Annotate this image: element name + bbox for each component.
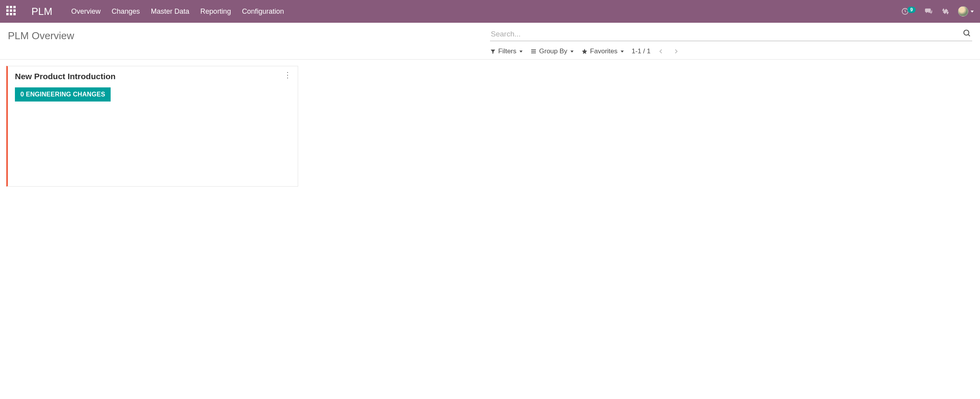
conversations-icon[interactable] bbox=[924, 7, 933, 16]
avatar bbox=[958, 6, 968, 16]
activity-count-badge: 9 bbox=[907, 7, 916, 13]
filters-label: Filters bbox=[498, 47, 516, 55]
card-menu-button[interactable]: ⋮ bbox=[284, 71, 291, 79]
group-by-button[interactable]: Group By bbox=[530, 47, 574, 55]
navbar: PLM Overview Changes Master Data Reporti… bbox=[0, 0, 980, 23]
search-wrap bbox=[490, 27, 972, 41]
tools-icon[interactable] bbox=[942, 7, 949, 15]
nav-menu: Overview Changes Master Data Reporting C… bbox=[71, 7, 284, 16]
kanban-view: ⋮ New Product Introduction 0 Engineering… bbox=[0, 60, 980, 193]
pager-prev[interactable] bbox=[657, 48, 665, 55]
app-brand[interactable]: PLM bbox=[31, 5, 52, 18]
search-icon[interactable] bbox=[963, 29, 971, 38]
pager: 1-1 / 1 bbox=[632, 47, 680, 55]
kebab-icon: ⋮ bbox=[284, 71, 291, 79]
favorites-label: Favorites bbox=[590, 47, 618, 55]
kanban-card[interactable]: ⋮ New Product Introduction 0 Engineering… bbox=[6, 66, 298, 187]
filters-button[interactable]: Filters bbox=[490, 47, 523, 55]
pager-next[interactable] bbox=[672, 48, 680, 55]
chevron-down-icon bbox=[971, 11, 974, 13]
nav-item-master-data[interactable]: Master Data bbox=[151, 7, 189, 16]
nav-item-changes[interactable]: Changes bbox=[111, 7, 140, 16]
group-by-label: Group By bbox=[539, 47, 567, 55]
control-panel: PLM Overview Filters bbox=[0, 23, 980, 60]
nav-item-configuration[interactable]: Configuration bbox=[242, 7, 284, 16]
card-title: New Product Introduction bbox=[15, 72, 291, 81]
pager-text: 1-1 / 1 bbox=[632, 47, 650, 55]
chevron-down-icon bbox=[519, 51, 523, 53]
breadcrumb: PLM Overview bbox=[8, 27, 490, 42]
star-icon bbox=[581, 48, 588, 54]
user-menu[interactable] bbox=[958, 6, 974, 16]
search-toolbar: Filters Group By Favorites bbox=[490, 47, 680, 55]
chevron-down-icon bbox=[570, 51, 574, 53]
apps-icon[interactable] bbox=[6, 6, 17, 17]
nav-item-reporting[interactable]: Reporting bbox=[200, 7, 231, 16]
favorites-button[interactable]: Favorites bbox=[581, 47, 624, 55]
search-input[interactable] bbox=[490, 27, 972, 41]
funnel-icon bbox=[490, 49, 496, 54]
engineering-changes-button[interactable]: 0 Engineering Changes bbox=[15, 87, 111, 102]
navbar-right: 9 bbox=[901, 6, 974, 16]
svg-line-2 bbox=[968, 34, 970, 36]
chevron-down-icon bbox=[621, 51, 624, 53]
nav-item-overview[interactable]: Overview bbox=[71, 7, 100, 16]
list-icon bbox=[530, 48, 537, 54]
activity-button[interactable]: 9 bbox=[901, 7, 916, 15]
svg-point-1 bbox=[964, 30, 969, 35]
